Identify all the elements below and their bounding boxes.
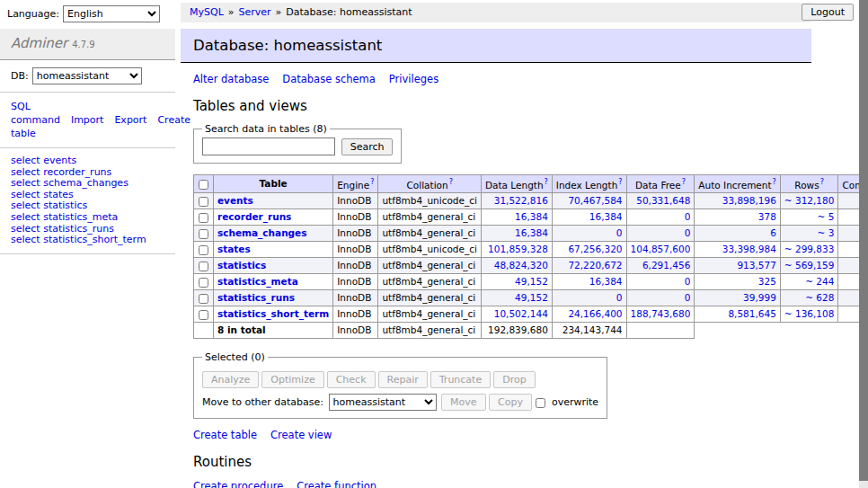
index-length-link[interactable]: 16,384 [589, 276, 623, 287]
table-name-link[interactable]: statistics_short_term [217, 308, 329, 319]
rows-link[interactable]: ~ 312,180 [784, 195, 835, 206]
adminer-home-link[interactable]: Adminer [11, 35, 67, 51]
rows-link[interactable]: ~ 628 [805, 292, 834, 303]
sidebar-table-link[interactable]: select schema_changes [11, 177, 128, 189]
index-length-link[interactable]: 24,166,400 [568, 308, 622, 319]
auto-increment-link[interactable]: 33,398,984 [722, 244, 776, 254]
auto-increment-link[interactable]: 913,577 [737, 260, 775, 271]
selected-action-button[interactable]: Optimize [261, 371, 323, 388]
index-length-link[interactable]: 0 [616, 292, 623, 303]
scrollbar-thumb[interactable] [859, 0, 868, 481]
rows-link[interactable]: ~ 5 [818, 211, 835, 222]
db-select[interactable]: homeassistant [32, 67, 142, 84]
sidebar-table-link[interactable]: select recorder_runs [11, 166, 111, 178]
search-input[interactable] [202, 138, 335, 155]
auto-increment-link[interactable]: 325 [758, 276, 776, 287]
row-checkbox[interactable] [199, 310, 208, 320]
content-link[interactable]: Create function [297, 480, 376, 488]
index-length-link[interactable]: 72,220,672 [568, 260, 622, 271]
table-name-link[interactable]: statistics_meta [217, 276, 298, 287]
rows-link[interactable]: ~ 136,108 [784, 308, 835, 319]
data-free-link[interactable]: 0 [685, 276, 691, 287]
index-length-link[interactable]: 0 [616, 227, 623, 238]
content-link[interactable]: Alter database [193, 73, 269, 85]
data-free-link[interactable]: 0 [685, 292, 691, 303]
selected-action-button[interactable]: Analyze [202, 371, 259, 388]
table-name-link[interactable]: events [217, 195, 253, 206]
move-db-select[interactable]: homeassistant [329, 394, 437, 411]
rows-link[interactable]: ~ 569,159 [784, 260, 835, 271]
row-checkbox[interactable] [199, 294, 208, 304]
table-name-link[interactable]: statistics_runs [217, 292, 295, 303]
data-length-link[interactable]: 16,384 [515, 211, 548, 222]
column-help-link[interactable]: ? [370, 178, 374, 186]
sidebar-table-link[interactable]: select statistics_short_term [11, 234, 146, 245]
auto-increment-link[interactable]: 33,898,196 [722, 195, 776, 206]
data-free-link[interactable]: 188,743,680 [631, 308, 691, 319]
sidebar-table-link[interactable]: select statistics [11, 200, 87, 211]
content-link[interactable]: Create procedure [193, 480, 283, 488]
breadcrumb-link-server[interactable]: Server [239, 6, 271, 18]
content-link[interactable]: Privileges [389, 73, 438, 85]
column-help-link[interactable]: ? [820, 178, 824, 186]
overwrite-checkbox[interactable] [536, 398, 545, 408]
column-help-link[interactable]: ? [618, 178, 622, 186]
data-free-link[interactable]: 0 [685, 211, 691, 222]
row-checkbox[interactable] [199, 197, 208, 207]
data-length-link[interactable]: 101,859,328 [488, 244, 548, 254]
content-link[interactable]: Create view [270, 429, 332, 441]
select-all-checkbox[interactable] [199, 180, 208, 190]
selected-action-button[interactable]: Drop [493, 371, 535, 388]
data-free-link[interactable]: 104,857,600 [631, 244, 691, 254]
content-link[interactable]: Create table [193, 429, 257, 441]
sidebar-table-link[interactable]: select states [11, 189, 74, 200]
scrollbar[interactable] [859, 0, 868, 488]
auto-increment-link[interactable]: 39,999 [743, 292, 776, 303]
table-name-link[interactable]: schema_changes [217, 227, 307, 238]
index-length-link[interactable]: 67,256,320 [568, 244, 622, 254]
breadcrumb-link-mysql[interactable]: MySQL [190, 6, 224, 18]
row-checkbox[interactable] [199, 245, 208, 255]
sidebar-table-link[interactable]: select statistics_runs [11, 223, 114, 235]
data-length-link[interactable]: 49,152 [515, 276, 548, 287]
auto-increment-link[interactable]: 8,581,645 [728, 308, 775, 319]
row-checkbox[interactable] [199, 278, 208, 288]
sidebar-action-link[interactable]: SQL command [11, 101, 60, 126]
copy-button[interactable]: Copy [489, 394, 532, 411]
row-checkbox[interactable] [199, 262, 208, 271]
data-length-link[interactable]: 10,502,144 [494, 308, 548, 319]
column-help-link[interactable]: ? [773, 178, 776, 186]
data-length-link[interactable]: 49,152 [515, 292, 548, 303]
content-link[interactable]: Database schema [282, 73, 375, 85]
column-help-link[interactable]: ? [682, 178, 686, 186]
column-help-link[interactable]: ? [545, 178, 548, 186]
sidebar-action-link[interactable]: Import [71, 114, 104, 126]
auto-increment-link[interactable]: 6 [770, 227, 776, 238]
search-button[interactable]: Search [341, 138, 394, 155]
sidebar-table-link[interactable]: select events [11, 155, 76, 166]
table-name-link[interactable]: recorder_runs [217, 211, 291, 222]
column-help-link[interactable]: ? [449, 178, 453, 186]
language-select[interactable]: English [63, 5, 160, 22]
selected-action-button[interactable]: Truncate [430, 371, 491, 388]
row-checkbox[interactable] [199, 213, 208, 223]
data-length-link[interactable]: 48,824,320 [494, 260, 548, 271]
logout-button[interactable]: Logout [802, 4, 854, 21]
sidebar-action-link[interactable]: Export [114, 114, 146, 126]
index-length-link[interactable]: 70,467,584 [568, 195, 622, 206]
data-length-link[interactable]: 16,384 [515, 227, 548, 238]
data-free-link[interactable]: 6,291,456 [642, 260, 690, 271]
table-name-link[interactable]: statistics [217, 260, 266, 271]
rows-link[interactable]: ~ 299,833 [784, 244, 835, 254]
auto-increment-link[interactable]: 378 [758, 211, 776, 222]
data-length-link[interactable]: 31,522,816 [494, 195, 548, 206]
selected-action-button[interactable]: Check [327, 371, 376, 388]
data-free-link[interactable]: 0 [685, 227, 691, 238]
index-length-link[interactable]: 16,384 [589, 211, 623, 222]
selected-action-button[interactable]: Repair [378, 371, 428, 388]
table-name-link[interactable]: states [217, 244, 251, 254]
sidebar-table-link[interactable]: select statistics_meta [11, 211, 118, 223]
row-checkbox[interactable] [199, 229, 208, 239]
move-button[interactable]: Move [441, 394, 486, 411]
data-free-link[interactable]: 50,331,648 [636, 195, 690, 206]
